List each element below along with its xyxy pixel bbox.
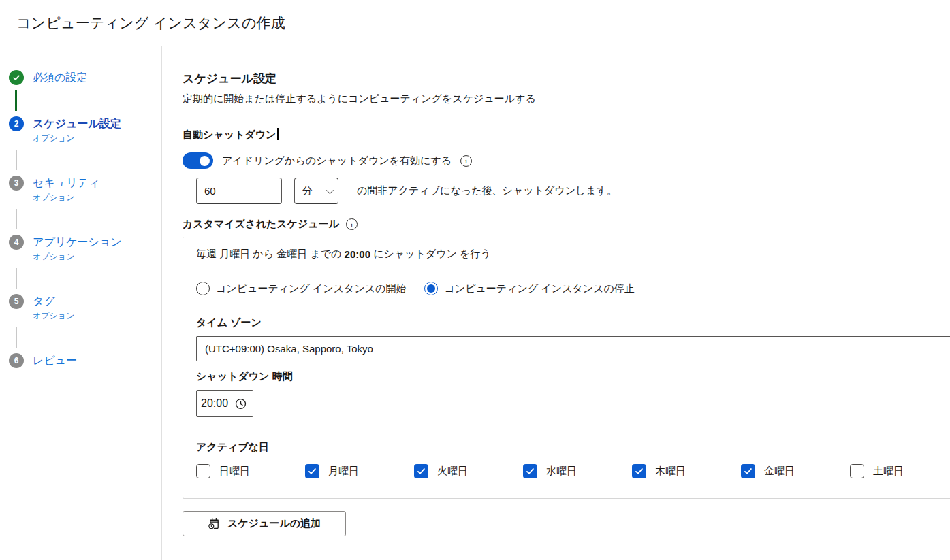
- step-tags[interactable]: 5 タグ オプション: [9, 294, 161, 322]
- dialog-header: コンピューティング インスタンスの作成: [0, 0, 950, 46]
- info-icon[interactable]: [346, 218, 358, 230]
- day-checkbox-monday[interactable]: 月曜日: [305, 464, 414, 478]
- checkbox-icon: [196, 464, 210, 478]
- step-label[interactable]: タグ: [33, 295, 74, 308]
- checkbox-icon: [741, 464, 755, 478]
- step-security[interactable]: 3 セキュリティ オプション: [9, 176, 161, 203]
- step-optional-label: オプション: [33, 251, 122, 263]
- checkbox-icon: [632, 464, 646, 478]
- check-circle-icon: [9, 70, 24, 85]
- day-checkbox-thursday[interactable]: 木曜日: [632, 464, 741, 478]
- day-label: 日曜日: [219, 465, 250, 478]
- idle-minutes-input[interactable]: [196, 178, 282, 204]
- checkbox-icon: [850, 464, 864, 478]
- step-connector: [16, 268, 17, 289]
- step-connector: [16, 150, 17, 170]
- day-label: 水曜日: [546, 465, 577, 478]
- shutdown-time-label: シャットダウン 時間: [196, 370, 950, 383]
- day-checkbox-wednesday[interactable]: 水曜日: [523, 464, 632, 478]
- radio-icon: [424, 282, 438, 295]
- wizard-stepper: 必須の設定 2 スケジュール設定 オプション 3 セキュリティ オプション 4 …: [0, 46, 162, 560]
- day-checkbox-tuesday[interactable]: 火曜日: [414, 464, 523, 478]
- step-required-settings[interactable]: 必須の設定: [9, 70, 161, 85]
- idle-unit-dropdown[interactable]: 分: [294, 178, 338, 204]
- schedule-card: 毎週 月曜日 から 金曜日 までの 20:00 にシャットダウン を行う コンピ…: [183, 237, 950, 499]
- idle-shutdown-toggle-label: アイドリングからのシャットダウンを有効にする: [222, 154, 452, 167]
- radio-icon: [196, 282, 210, 295]
- custom-schedule-heading: カスタマイズされたスケジュール: [183, 218, 339, 231]
- text-cursor: [277, 128, 279, 140]
- timezone-input[interactable]: [196, 336, 950, 361]
- radio-stop-instance[interactable]: コンピューティング インスタンスの停止: [424, 282, 634, 295]
- schedule-summary-time: 20:00: [345, 248, 370, 260]
- step-connector: [15, 90, 17, 111]
- day-checkbox-sunday[interactable]: 日曜日: [196, 464, 305, 478]
- clock-icon: [234, 397, 247, 410]
- action-radio-group: コンピューティング インスタンスの開始 コンピューティング インスタンスの停止: [196, 282, 950, 295]
- step-optional-label: オプション: [33, 310, 74, 322]
- day-label: 木曜日: [655, 465, 686, 478]
- radio-stop-label: コンピューティング インスタンスの停止: [444, 282, 634, 295]
- idle-shutdown-toggle[interactable]: [183, 152, 213, 169]
- shutdown-time-value: 20:00: [201, 397, 228, 410]
- section-title: スケジュール設定: [183, 71, 950, 86]
- active-days-group: 日曜日 月曜日 火曜日 水曜日: [196, 464, 950, 478]
- day-label: 金曜日: [764, 465, 795, 478]
- step-number-badge: 6: [9, 353, 24, 368]
- toggle-knob: [200, 156, 210, 166]
- auto-shutdown-heading: 自動シャットダウン: [183, 128, 950, 142]
- step-application[interactable]: 4 アプリケーション オプション: [9, 235, 161, 263]
- step-optional-label: オプション: [33, 192, 99, 203]
- checkbox-icon: [523, 464, 537, 478]
- step-label[interactable]: スケジュール設定: [33, 117, 121, 131]
- idle-unit-selected: 分: [302, 184, 313, 197]
- calendar-clock-icon: [208, 517, 221, 530]
- day-checkbox-saturday[interactable]: 土曜日: [850, 464, 950, 478]
- step-number-badge: 4: [9, 235, 24, 250]
- day-label: 土曜日: [873, 465, 904, 478]
- checkbox-icon: [414, 464, 428, 478]
- step-number-badge: 2: [9, 116, 24, 131]
- checkbox-icon: [305, 464, 319, 478]
- add-schedule-button[interactable]: スケジュールの追加: [183, 511, 346, 536]
- step-number-badge: 3: [9, 176, 24, 191]
- step-schedule-settings[interactable]: 2 スケジュール設定 オプション: [9, 116, 161, 144]
- step-connector: [16, 209, 17, 229]
- day-label: 月曜日: [328, 465, 359, 478]
- section-description: 定期的に開始または停止するようにコンピューティングをスケジュールする: [183, 93, 950, 105]
- step-connector: [16, 327, 17, 348]
- day-label: 火曜日: [437, 465, 468, 478]
- timezone-label: タイム ゾーン: [196, 316, 950, 329]
- step-label[interactable]: レビュー: [33, 354, 77, 367]
- step-label[interactable]: 必須の設定: [33, 71, 87, 84]
- shutdown-time-input[interactable]: 20:00: [196, 390, 253, 417]
- schedule-summary: 毎週 月曜日 から 金曜日 までの 20:00 にシャットダウン を行う: [183, 237, 950, 271]
- active-days-label: アクティブな日: [196, 441, 950, 454]
- step-number-badge: 5: [9, 294, 24, 309]
- step-label[interactable]: アプリケーション: [33, 235, 122, 249]
- add-schedule-label: スケジュールの追加: [227, 517, 321, 530]
- radio-start-instance[interactable]: コンピューティング インスタンスの開始: [196, 282, 406, 295]
- chevron-down-icon: [326, 186, 334, 193]
- step-review[interactable]: 6 レビュー: [9, 353, 161, 368]
- schedule-settings-panel: スケジュール設定 定期的に開始または停止するようにコンピューティングをスケジュー…: [162, 46, 950, 560]
- day-checkbox-friday[interactable]: 金曜日: [741, 464, 850, 478]
- step-optional-label: オプション: [33, 133, 121, 144]
- step-label[interactable]: セキュリティ: [33, 176, 99, 190]
- radio-start-label: コンピューティング インスタンスの開始: [216, 282, 406, 295]
- page-title: コンピューティング インスタンスの作成: [16, 14, 285, 33]
- info-icon[interactable]: [460, 155, 472, 167]
- idle-suffix-text: の間非アクティブになった後、シャットダウンします。: [357, 184, 617, 197]
